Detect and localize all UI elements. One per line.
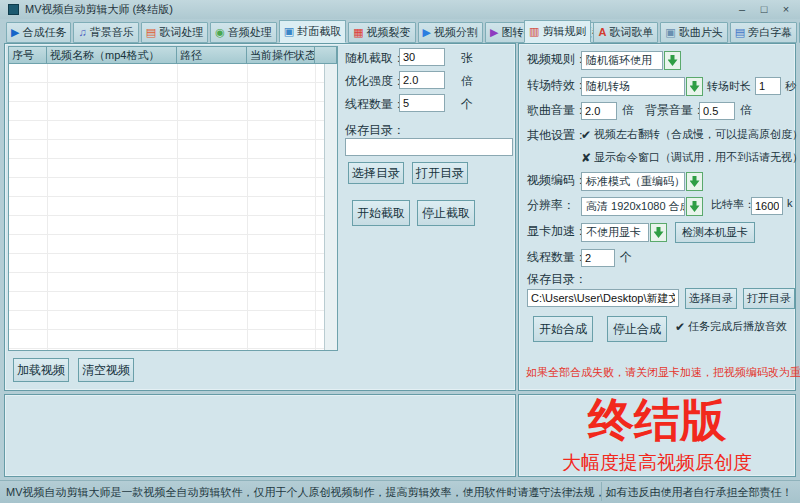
transition-duration-label: 转场时长： (707, 77, 762, 96)
rules-book-icon: ▥ (529, 26, 539, 37)
minimize-button[interactable]: – (736, 0, 748, 19)
tab-song-intro[interactable]: ▣ 歌曲片头 (660, 22, 727, 43)
compose-choose-dir-button[interactable]: 选择目录 (685, 288, 737, 309)
random-capture-unit: 张 (461, 48, 473, 68)
capture-choose-dir-button[interactable]: 选择目录 (348, 162, 404, 184)
dropdown-arrow-icon[interactable] (650, 223, 667, 242)
edit-rules-page: 视频规则： 随机循环使用 转场特效： 随机转场 转场时长： 秒 歌曲音量： 倍 … (518, 43, 796, 391)
video-table-body[interactable] (9, 64, 337, 350)
load-videos-button[interactable]: 加载视频 (13, 358, 69, 382)
title-bar: MV视频自动剪辑大师 (终结版) – □ × (0, 0, 800, 19)
resolution-label: 分辨率： (527, 197, 575, 214)
col-name[interactable]: 视频名称（mp4格式） (47, 47, 177, 64)
split-squares-icon: ▦ (353, 27, 363, 38)
detect-gpu-button[interactable]: 检测本机显卡 (675, 222, 755, 243)
capture-save-dir-label-row: 保存目录： (345, 120, 405, 140)
col-spacer (315, 47, 337, 64)
encode-label: 视频编码： (527, 172, 587, 189)
optimize-input[interactable] (399, 71, 445, 89)
dropdown-arrow-icon[interactable] (686, 77, 703, 96)
col-path[interactable]: 路径 (177, 47, 247, 64)
close-button[interactable]: × (780, 0, 792, 19)
transition-duration-input[interactable] (755, 77, 781, 95)
promo-subtitle: 大幅度提高视频原创度 (562, 450, 752, 476)
dropdown-arrow-icon[interactable] (686, 197, 703, 216)
log-panel (4, 394, 516, 477)
compose-warning-text: 如果全部合成失败，请关闭显卡加速，把视频编码改为重编码后重试 (526, 365, 800, 380)
cover-capture-page: 序号 视频名称（mp4格式） 路径 当前操作状态 加载视频 清空视频 随机截取：… (4, 43, 516, 391)
compose-open-dir-button[interactable]: 打开目录 (743, 288, 795, 309)
compose-save-dir-input[interactable] (527, 289, 679, 307)
app-icon (8, 4, 19, 15)
status-bar-divider (601, 482, 602, 501)
video-rule-row: 视频规则： (527, 51, 587, 68)
tab-label: 歌词歌单 (609, 25, 653, 40)
cmd-window-checkbox-row[interactable]: ✘ 显示命令窗口（调试用，用不到话请无视） (581, 150, 800, 165)
dropdown-arrow-icon[interactable] (686, 172, 703, 191)
unchecked-checkbox-icon[interactable]: ✘ (581, 151, 591, 165)
tab-lyrics-playlist[interactable]: A 歌词歌单 (593, 22, 658, 43)
maximize-button[interactable]: □ (758, 0, 770, 19)
video-rule-label: 视频规则： (527, 51, 587, 68)
gpu-dropdown[interactable]: 不使用显卡 (581, 223, 667, 242)
song-volume-input[interactable] (581, 102, 617, 120)
col-status[interactable]: 当前操作状态 (247, 47, 315, 64)
flip-checkbox-row[interactable]: ✔ 视频左右翻转（合成慢，可以提高原创度） (581, 127, 800, 142)
start-compose-button[interactable]: 开始合成 (533, 316, 593, 342)
tab-label: 歌词处理 (159, 25, 203, 40)
stop-compose-button[interactable]: 停止合成 (607, 316, 667, 342)
tab-compose-task[interactable]: ▶ 合成任务 (6, 22, 71, 43)
tab-edit-rules[interactable]: ▥ 剪辑规则 (524, 20, 591, 43)
encode-dropdown[interactable]: 标准模式（重编码） (581, 172, 703, 191)
tab-cover-capture[interactable]: ▣ 封面截取 (279, 20, 346, 43)
document-icon: ▤ (146, 27, 156, 38)
grid-line (47, 64, 48, 350)
checked-checkbox-icon[interactable]: ✔ (581, 128, 591, 142)
stop-capture-button[interactable]: 停止截取 (417, 200, 475, 226)
start-capture-button[interactable]: 开始截取 (352, 200, 410, 226)
image-video-icon: ▶ (490, 27, 498, 38)
random-capture-input[interactable] (399, 48, 445, 66)
capture-open-dir-button[interactable]: 打开目录 (412, 162, 468, 184)
capture-threads-input[interactable] (399, 94, 445, 112)
random-capture-row: 随机截取： (345, 48, 405, 68)
compose-threads-input[interactable] (581, 249, 615, 267)
tab-background-music[interactable]: ♫ 背景音乐 (73, 22, 138, 43)
bg-volume-input[interactable] (699, 102, 735, 120)
encode-row: 视频编码： (527, 172, 587, 189)
random-capture-label: 随机截取： (345, 50, 405, 67)
capture-threads-label: 线程数量： (345, 96, 405, 113)
tab-label: 剪辑规则 (542, 24, 586, 39)
gpu-row: 显卡加速： (527, 223, 587, 240)
status-text: MV视频自动剪辑大师是一款视频全自动剪辑软件，仅用于个人原创视频制作，提高剪辑效… (6, 485, 793, 500)
grid-line (247, 64, 248, 350)
tab-label: 背景音乐 (90, 25, 134, 40)
bitrate-input[interactable] (751, 197, 783, 215)
col-index[interactable]: 序号 (9, 47, 47, 64)
tab-audio-processing[interactable]: ◉ 音频处理 (210, 22, 277, 43)
play-icon: ▶ (11, 27, 19, 38)
capture-save-dir-input[interactable] (345, 138, 513, 156)
tab-video-split[interactable]: ▶ 视频分割 (418, 22, 483, 43)
cmd-window-checkbox-label: 显示命令窗口（调试用，用不到话请无视） (594, 150, 800, 165)
bg-volume-unit: 倍 (740, 102, 752, 119)
song-volume-unit: 倍 (622, 102, 634, 119)
video-rule-dropdown[interactable]: 随机循环使用 (581, 51, 681, 70)
optimize-row: 优化强度： (345, 71, 405, 91)
tab-label: 合成任务 (22, 25, 66, 40)
dropdown-arrow-icon[interactable] (664, 51, 681, 70)
table-scrollbar[interactable] (324, 64, 337, 350)
clear-videos-button[interactable]: 清空视频 (78, 358, 134, 382)
transition-dropdown[interactable]: 随机转场 (581, 77, 703, 96)
sound-checkbox-row[interactable]: ✔ 任务完成后播放音效 (675, 319, 787, 334)
capture-threads-row: 线程数量： (345, 94, 405, 114)
video-table[interactable]: 序号 视频名称（mp4格式） 路径 当前操作状态 (8, 46, 338, 351)
resolution-dropdown[interactable]: 高清 1920x1080 合成慢 (581, 197, 703, 216)
tab-lyrics-processing[interactable]: ▤ 歌词处理 (141, 22, 208, 43)
tab-label: 视频裂变 (367, 25, 411, 40)
tab-video-fission[interactable]: ▦ 视频裂变 (348, 22, 415, 43)
song-volume-row: 歌曲音量： (527, 102, 587, 119)
sound-checkbox-label: 任务完成后播放音效 (688, 319, 787, 334)
checked-checkbox-icon[interactable]: ✔ (675, 320, 685, 334)
tab-narration-subtitle[interactable]: ▤ 旁白字幕 (730, 22, 797, 43)
